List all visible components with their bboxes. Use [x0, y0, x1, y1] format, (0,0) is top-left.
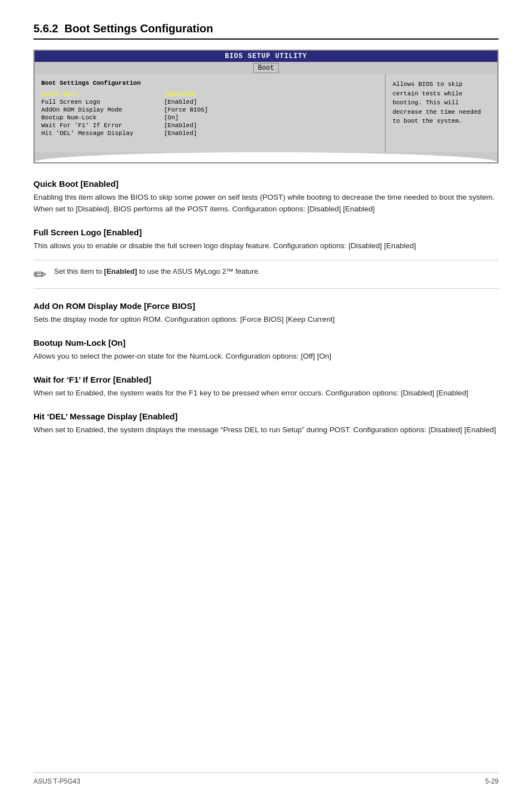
subsection-title-full-screen-logo: Full Screen Logo [Enabled]: [33, 228, 499, 237]
bios-tab-row: Boot: [35, 62, 497, 74]
page-footer: ASUS T-P5G43 5-29: [33, 772, 499, 785]
bios-menu-item: Wait For 'F1' If Error[Enabled]: [41, 122, 378, 129]
note-bold: [Enabled]: [104, 267, 137, 276]
subsection-title-wait-f1: Wait for ‘F1’ If Error [Enabled]: [33, 375, 499, 384]
subsections-container: Quick Boot [Enabled]Enabling this item a…: [33, 179, 499, 436]
bios-menu-value: [Enabled]: [164, 99, 197, 105]
subsection-body-wait-f1: When set to Enabled, the system waits fo…: [33, 388, 499, 399]
bios-menu-name: Wait For 'F1' If Error: [41, 122, 164, 129]
subsection-title-hit-del: Hit ‘DEL’ Message Display [Enabled]: [33, 412, 499, 421]
subsection-body-addon-rom: Sets the display mode for option ROM. Co…: [33, 314, 499, 326]
subsection-body-full-screen-logo: This allows you to enable or disable the…: [33, 240, 499, 252]
bios-menu-name: AddOn ROM Display Mode: [41, 107, 164, 113]
subsection-title-addon-rom: Add On ROM Display Mode [Force BIOS]: [33, 301, 499, 311]
bios-left-panel: Boot Settings Configuration Quick Boot[E…: [35, 74, 386, 152]
bios-menu-item: Bootup Num-Lock[On]: [41, 114, 378, 121]
subsection-quick-boot: Quick Boot [Enabled]Enabling this item a…: [33, 179, 499, 215]
bios-screenshot: BIOS SETUP UTILITY Boot Boot Settings Co…: [33, 50, 499, 163]
bios-section-label: Boot Settings Configuration: [41, 80, 378, 86]
note-box: ✏ Set this item to [Enabled] to use the …: [33, 260, 499, 289]
section-title: 5.6.2 Boot Settings Configuration: [33, 22, 499, 40]
bios-wave-decoration: [35, 152, 497, 162]
footer-left: ASUS T-P5G43: [33, 777, 80, 785]
bios-header: BIOS SETUP UTILITY: [35, 51, 497, 62]
subsection-addon-rom: Add On ROM Display Mode [Force BIOS]Sets…: [33, 301, 499, 326]
subsection-title-quick-boot: Quick Boot [Enabled]: [33, 179, 499, 189]
bios-menu-name: Bootup Num-Lock: [41, 114, 164, 121]
bios-menu-value: [Force BIOS]: [164, 107, 208, 113]
subsection-body-quick-boot: Enabling this item allows the BIOS to sk…: [33, 192, 499, 215]
bios-body: Boot Settings Configuration Quick Boot[E…: [35, 74, 497, 152]
bios-menu-value: [On]: [164, 114, 178, 121]
section-heading: Boot Settings Configuration: [65, 22, 214, 35]
note-text: Set this item to [Enabled] to use the AS…: [54, 266, 260, 277]
bios-menu-name: Quick Boot: [41, 91, 164, 98]
footer-right: 5-29: [485, 777, 499, 785]
bios-help-panel: Allows BIOS to skip certain tests while …: [386, 74, 497, 152]
bios-menu-item: Hit 'DEL' Message Display[Enabled]: [41, 130, 378, 137]
section-number: 5.6.2: [33, 22, 58, 35]
bios-menu-item: Full Screen Logo[Enabled]: [41, 99, 378, 105]
bios-menu-value: [Enabled]: [164, 130, 197, 137]
subsection-wait-f1: Wait for ‘F1’ If Error [Enabled]When set…: [33, 375, 499, 399]
subsection-hit-del: Hit ‘DEL’ Message Display [Enabled]When …: [33, 412, 499, 436]
bios-menu: Quick Boot[Enabled]Full Screen Logo[Enab…: [41, 91, 378, 137]
bios-menu-name: Hit 'DEL' Message Display: [41, 130, 164, 137]
bios-help-text: Allows BIOS to skip certain tests while …: [393, 81, 481, 124]
note-icon: ✏: [33, 267, 46, 283]
bios-menu-value: [Enabled]: [164, 122, 197, 129]
subsection-body-hit-del: When set to Enabled, the system displays…: [33, 424, 499, 436]
bios-menu-name: Full Screen Logo: [41, 99, 164, 105]
bios-tab: Boot: [253, 63, 279, 73]
bios-menu-item: Quick Boot[Enabled]: [41, 91, 378, 98]
subsection-bootup-numlock: Bootup Num-Lock [On]Allows you to select…: [33, 338, 499, 363]
bios-menu-item: AddOn ROM Display Mode[Force BIOS]: [41, 107, 378, 113]
bios-menu-value: [Enabled]: [164, 91, 197, 98]
subsection-full-screen-logo: Full Screen Logo [Enabled]This allows yo…: [33, 228, 499, 289]
subsection-title-bootup-numlock: Bootup Num-Lock [On]: [33, 338, 499, 347]
subsection-body-bootup-numlock: Allows you to select the power-on state …: [33, 351, 499, 363]
